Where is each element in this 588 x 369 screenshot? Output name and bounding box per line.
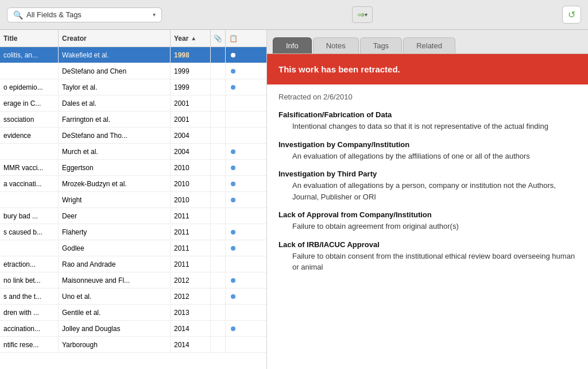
table-row[interactable]: dren with ... Gentile et al. 2013 xyxy=(0,305,266,321)
cell-dot xyxy=(226,224,241,240)
main-content: Title Creator Year ▲ 📎 📋 colitis, an... … xyxy=(0,30,588,369)
cell-creator: Gentile et al. xyxy=(59,305,171,320)
table-panel: Title Creator Year ▲ 📎 📋 colitis, an... … xyxy=(0,30,267,369)
info-section-body: An evaluation of allegations by the affi… xyxy=(278,151,577,162)
info-section: Falsification/Fabrication of Data Intent… xyxy=(278,110,577,132)
cell-creator: Godlee xyxy=(59,240,171,256)
table-row[interactable]: etraction... Rao and Andrade 2011 xyxy=(0,256,266,272)
sort-arrow-icon: ▲ xyxy=(191,35,196,41)
cell-dot xyxy=(226,63,241,79)
col-header-title[interactable]: Title xyxy=(0,30,59,47)
cell-dot xyxy=(226,112,241,127)
table-row[interactable]: no link bet... Maisonneuve and Fl... 201… xyxy=(0,272,266,289)
cell-title: ssociation xyxy=(0,112,59,127)
table-row[interactable]: Wright 2010 xyxy=(0,192,266,208)
nav-forward-button[interactable]: ⇒ ▾ xyxy=(352,6,373,23)
table-row[interactable]: erage in C... Dales et al. 2001 xyxy=(0,95,266,112)
table-row[interactable]: s and the t... Uno et al. 2012 xyxy=(0,289,266,305)
col-header-creator[interactable]: Creator xyxy=(59,30,171,47)
table-row[interactable]: DeStefano and Chen 1999 xyxy=(0,63,266,79)
tab-info[interactable]: Info xyxy=(273,37,312,53)
table-row[interactable]: a vaccinati... Mrozek-Budzyn et al. 2010 xyxy=(0,176,266,192)
dot-indicator xyxy=(231,294,235,299)
info-section-body: Intentional changes to data so that it i… xyxy=(278,121,577,132)
cell-attachment xyxy=(211,289,226,304)
search-dropdown-icon[interactable]: ▾ xyxy=(153,11,156,18)
nav-button-group: ⇒ ▾ xyxy=(352,6,373,23)
cell-dot xyxy=(226,144,241,159)
table-row[interactable]: ssociation Farrington et al. 2001 xyxy=(0,112,266,128)
cell-creator: Eggertson xyxy=(59,160,171,175)
info-section-body: An evaluation of allegations by a person… xyxy=(278,180,577,202)
note-icon: 📋 xyxy=(229,34,238,43)
search-bar[interactable]: 🔍 All Fields & Tags ▾ xyxy=(7,7,162,22)
paperclip-icon: 📎 xyxy=(214,34,222,43)
dot-indicator xyxy=(231,69,235,74)
dot-indicator xyxy=(231,246,235,251)
refresh-icon: ↺ xyxy=(568,10,575,20)
table-row[interactable]: accination... Jolley and Douglas 2014 xyxy=(0,321,266,337)
search-icon: 🔍 xyxy=(13,10,23,20)
table-row[interactable]: Godlee 2011 xyxy=(0,240,266,256)
col-header-year[interactable]: Year ▲ xyxy=(171,30,211,47)
table-row[interactable]: ntific rese... Yarborough 2014 xyxy=(0,337,266,353)
table-row[interactable]: evidence DeStefano and Tho... 2004 xyxy=(0,128,266,144)
cell-title: no link bet... xyxy=(0,272,59,288)
info-section-body: Failure to obtain agreement from origina… xyxy=(278,221,577,232)
info-section-title: Investigation by Third Party xyxy=(278,170,577,178)
cell-creator: Murch et al. xyxy=(59,144,171,159)
cell-title xyxy=(0,144,59,159)
tab-related[interactable]: Related xyxy=(403,37,455,53)
info-section-title: Lack of IRB/IACUC Approval xyxy=(278,240,577,249)
table-row[interactable]: Murch et al. 2004 xyxy=(0,144,266,160)
cell-year: 1999 xyxy=(171,63,211,79)
cell-year: 1999 xyxy=(171,79,211,95)
cell-creator: DeStefano and Tho... xyxy=(59,128,171,143)
cell-title xyxy=(0,192,59,207)
cell-year: 2010 xyxy=(171,160,211,175)
table-row[interactable]: o epidemio... Taylor et al. 1999 xyxy=(0,79,266,95)
cell-dot xyxy=(226,321,241,336)
cell-attachment xyxy=(211,128,226,143)
cell-year: 2014 xyxy=(171,321,211,336)
search-field-value[interactable]: All Fields & Tags xyxy=(26,10,149,19)
table-row[interactable]: MMR vacci... Eggertson 2010 xyxy=(0,160,266,176)
cell-dot xyxy=(226,305,241,320)
cell-year: 2001 xyxy=(171,95,211,111)
table-row[interactable]: s caused b... Flaherty 2011 xyxy=(0,224,266,240)
tab-tags[interactable]: Tags xyxy=(360,37,402,53)
cell-attachment xyxy=(211,208,226,224)
cell-year: 2012 xyxy=(171,289,211,304)
nav-dropdown-icon: ▾ xyxy=(365,11,368,18)
info-section-title: Lack of Approval from Company/Institutio… xyxy=(278,210,577,219)
table-row[interactable]: bury bad ... Deer 2011 xyxy=(0,208,266,224)
cell-creator: Maisonneuve and Fl... xyxy=(59,272,171,288)
cell-attachment xyxy=(211,240,226,256)
cell-dot xyxy=(226,289,241,304)
refresh-button[interactable]: ↺ xyxy=(562,6,581,24)
cell-attachment xyxy=(211,192,226,207)
info-section: Investigation by Third Party An evaluati… xyxy=(278,170,577,202)
cell-attachment xyxy=(211,224,226,240)
cell-year: 1998 xyxy=(171,47,211,63)
cell-title: dren with ... xyxy=(0,305,59,320)
table-body: colitis, an... Wakefield et al. 1998 DeS… xyxy=(0,47,266,369)
cell-dot xyxy=(226,240,241,256)
tab-notes[interactable]: Notes xyxy=(313,37,359,53)
dot-indicator xyxy=(231,182,235,186)
cell-attachment xyxy=(211,79,226,95)
info-section: Investigation by Company/Institution An … xyxy=(278,140,577,162)
cell-creator: Taylor et al. xyxy=(59,79,171,95)
col-header-attachment: 📎 xyxy=(211,30,226,47)
cell-attachment xyxy=(211,321,226,336)
cell-creator: Farrington et al. xyxy=(59,112,171,127)
table-row[interactable]: colitis, an... Wakefield et al. 1998 xyxy=(0,47,266,63)
cell-attachment xyxy=(211,47,226,63)
cell-attachment xyxy=(211,305,226,320)
cell-attachment xyxy=(211,256,226,272)
cell-creator: Jolley and Douglas xyxy=(59,321,171,336)
info-body: Retracted on 2/6/2010 Falsification/Fabr… xyxy=(267,84,588,289)
cell-creator: DeStefano and Chen xyxy=(59,63,171,79)
right-panel: InfoNotesTagsRelated This work has been … xyxy=(267,30,588,369)
cell-dot xyxy=(226,79,241,95)
